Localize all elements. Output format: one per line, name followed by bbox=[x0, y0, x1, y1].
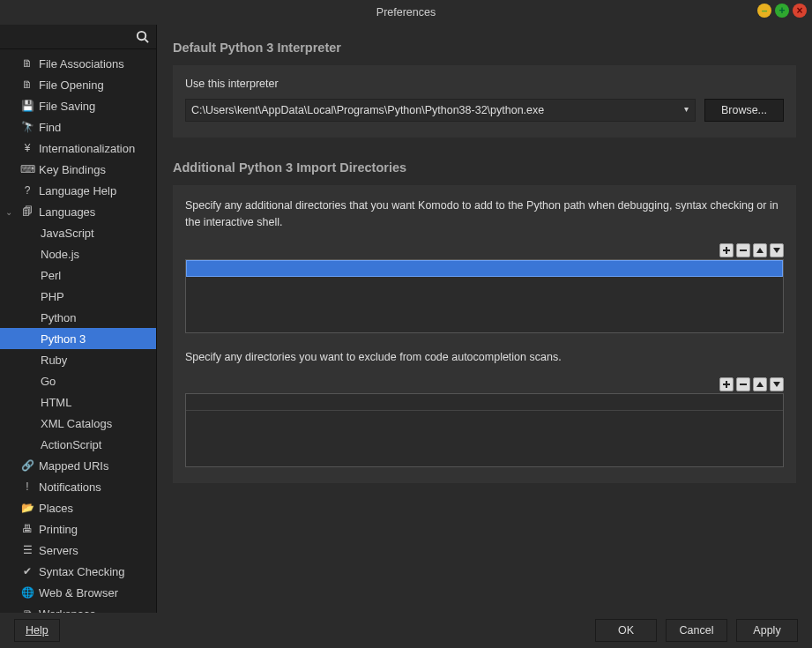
sidebar-item-php[interactable]: PHP bbox=[0, 286, 156, 307]
sidebar: 🗎File Associations🗎File Opening💾File Sav… bbox=[0, 25, 157, 613]
interpreter-heading: Default Python 3 Interpreter bbox=[173, 41, 796, 55]
svg-line-1 bbox=[145, 39, 148, 42]
help-button[interactable]: Help bbox=[14, 619, 60, 642]
sidebar-item-label: Key Bindings bbox=[39, 163, 106, 176]
include-up-button[interactable] bbox=[753, 243, 767, 257]
dirs-heading: Additional Python 3 Import Directories bbox=[173, 160, 796, 175]
exclude-remove-button[interactable] bbox=[736, 377, 750, 391]
interpreter-row: ▾ Browse... bbox=[185, 99, 784, 122]
yen-icon: ¥ bbox=[21, 142, 34, 154]
sidebar-item-label: Mapped URIs bbox=[39, 459, 108, 473]
sidebar-item-ruby[interactable]: Ruby bbox=[0, 349, 156, 370]
sidebar-item-node-js[interactable]: Node.js bbox=[0, 243, 156, 264]
sidebar-item-python[interactable]: Python bbox=[0, 307, 156, 328]
include-toolbar bbox=[185, 243, 784, 257]
sidebar-item-label: Notifications bbox=[39, 480, 101, 494]
titlebar-buttons: – + × bbox=[757, 4, 807, 18]
svg-point-0 bbox=[138, 32, 145, 40]
interpreter-label: Use this interpreter bbox=[185, 78, 784, 90]
cancel-button[interactable]: Cancel bbox=[666, 619, 727, 642]
sidebar-item-workspace[interactable]: ⧉Workspace bbox=[0, 603, 156, 613]
apply-button[interactable]: Apply bbox=[736, 619, 798, 642]
sidebar-item-label: XML Catalogs bbox=[41, 417, 112, 430]
category-tree[interactable]: 🗎File Associations🗎File Opening💾File Sav… bbox=[0, 49, 156, 613]
exclude-dirs-list[interactable] bbox=[185, 393, 784, 467]
check-icon: ✔ bbox=[21, 565, 34, 577]
sidebar-item-label: Node.js bbox=[41, 248, 79, 261]
sidebar-item-label: Find bbox=[39, 121, 61, 134]
link-icon: 🔗 bbox=[21, 459, 34, 472]
sidebar-item-label: Printing bbox=[39, 523, 78, 536]
sidebar-item-places[interactable]: 📂Places bbox=[0, 497, 156, 518]
exclude-up-button[interactable] bbox=[753, 377, 767, 391]
svg-marker-10 bbox=[756, 382, 764, 387]
window-title: Preferences bbox=[376, 6, 436, 19]
sidebar-item-web-browser[interactable]: 🌐Web & Browser bbox=[0, 582, 156, 603]
sidebar-item-internationalization[interactable]: ¥Internationalization bbox=[0, 138, 156, 159]
interpreter-panel: Use this interpreter ▾ Browse... bbox=[173, 65, 796, 138]
sidebar-item-python-3[interactable]: Python 3 bbox=[0, 328, 156, 349]
sidebar-item-label: Python bbox=[41, 311, 76, 324]
sidebar-item-label: Languages bbox=[39, 205, 95, 219]
file-assoc-icon: 🗎 bbox=[21, 57, 34, 70]
sidebar-item-languages[interactable]: ⌄🗐Languages bbox=[0, 201, 156, 222]
sidebar-item-label: File Associations bbox=[39, 57, 124, 71]
globe-icon: 🌐 bbox=[21, 586, 34, 599]
languages-icon: 🗐 bbox=[21, 205, 34, 218]
exclude-toolbar bbox=[185, 377, 784, 391]
footer: Help OK Cancel Apply bbox=[0, 613, 812, 648]
sidebar-item-find[interactable]: 🔭Find bbox=[0, 116, 156, 138]
maximize-button[interactable]: + bbox=[775, 4, 789, 18]
content-pane: Default Python 3 Interpreter Use this in… bbox=[157, 25, 812, 613]
sidebar-item-label: JavaScript bbox=[41, 227, 94, 240]
close-button[interactable]: × bbox=[793, 4, 807, 18]
sidebar-item-perl[interactable]: Perl bbox=[0, 264, 156, 286]
svg-marker-6 bbox=[773, 248, 780, 253]
sidebar-item-label: ActionScript bbox=[41, 438, 101, 451]
sidebar-item-html[interactable]: HTML bbox=[0, 391, 156, 413]
file-open-icon: 🗎 bbox=[21, 78, 34, 91]
sidebar-item-actionscript[interactable]: ActionScript bbox=[0, 434, 156, 455]
sidebar-item-notifications[interactable]: !Notifications bbox=[0, 476, 156, 497]
sidebar-item-label: File Opening bbox=[39, 78, 104, 92]
include-desc: Specify any additional directories that … bbox=[185, 197, 784, 231]
include-dirs-list[interactable] bbox=[185, 259, 784, 333]
sidebar-item-label: Places bbox=[39, 502, 73, 515]
sidebar-item-label: Web & Browser bbox=[39, 586, 118, 600]
sidebar-item-file-associations[interactable]: 🗎File Associations bbox=[0, 53, 156, 74]
exclude-down-button[interactable] bbox=[770, 377, 784, 391]
browse-button[interactable]: Browse... bbox=[704, 99, 784, 122]
sidebar-item-label: Language Help bbox=[39, 184, 116, 197]
servers-icon: ☰ bbox=[21, 544, 34, 556]
minimize-button[interactable]: – bbox=[757, 4, 771, 18]
expand-caret-icon: ⌄ bbox=[5, 207, 12, 217]
svg-marker-5 bbox=[756, 248, 764, 253]
sidebar-search[interactable] bbox=[0, 25, 156, 49]
interpreter-combo[interactable]: ▾ bbox=[185, 99, 696, 122]
sidebar-item-language-help[interactable]: ?Language Help bbox=[0, 180, 156, 201]
sidebar-item-key-bindings[interactable]: ⌨Key Bindings bbox=[0, 159, 156, 180]
binoculars-icon: 🔭 bbox=[21, 121, 34, 133]
sidebar-item-printing[interactable]: 🖶Printing bbox=[0, 518, 156, 540]
sidebar-item-xml-catalogs[interactable]: XML Catalogs bbox=[0, 413, 156, 434]
include-add-button[interactable] bbox=[719, 243, 734, 257]
sidebar-item-file-saving[interactable]: 💾File Saving bbox=[0, 95, 156, 116]
interpreter-input[interactable] bbox=[185, 99, 696, 122]
list-row[interactable] bbox=[186, 394, 783, 411]
include-remove-button[interactable] bbox=[736, 243, 750, 257]
alert-icon: ! bbox=[21, 480, 34, 493]
sidebar-item-mapped-uris[interactable]: 🔗Mapped URIs bbox=[0, 455, 156, 476]
body: 🗎File Associations🗎File Opening💾File Sav… bbox=[0, 25, 812, 613]
include-down-button[interactable] bbox=[770, 243, 784, 257]
list-row-selected[interactable] bbox=[186, 260, 783, 277]
sidebar-item-file-opening[interactable]: 🗎File Opening bbox=[0, 74, 156, 95]
sidebar-item-syntax-checking[interactable]: ✔Syntax Checking bbox=[0, 561, 156, 582]
ok-button[interactable]: OK bbox=[595, 619, 657, 642]
keyboard-icon: ⌨ bbox=[21, 163, 34, 175]
search-icon bbox=[136, 30, 149, 43]
folder-icon: 📂 bbox=[21, 502, 34, 514]
exclude-add-button[interactable] bbox=[719, 377, 734, 391]
sidebar-item-javascript[interactable]: JavaScript bbox=[0, 222, 156, 243]
sidebar-item-servers[interactable]: ☰Servers bbox=[0, 540, 156, 561]
sidebar-item-go[interactable]: Go bbox=[0, 370, 156, 391]
